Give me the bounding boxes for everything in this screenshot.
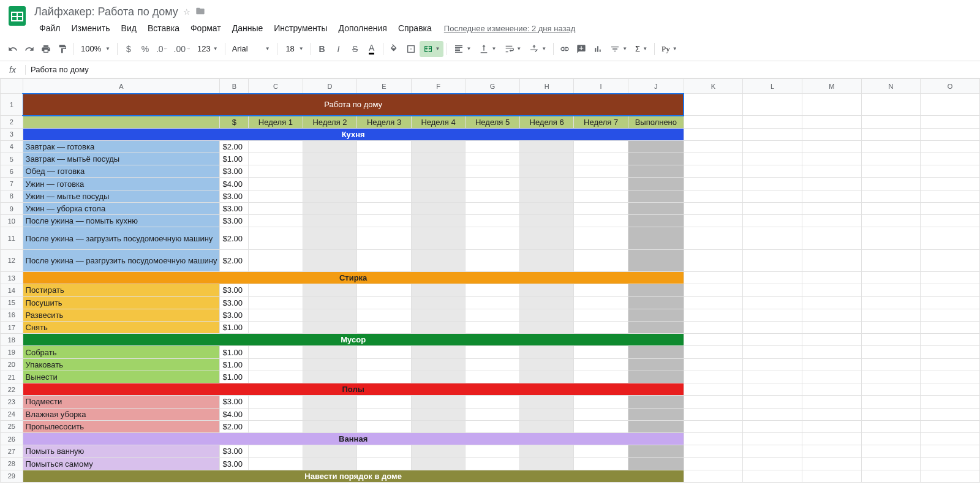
cell[interactable] bbox=[628, 420, 684, 432]
task-price[interactable]: $1.00 bbox=[220, 346, 249, 358]
row-20[interactable]: 20 bbox=[1, 358, 23, 371]
bold-icon[interactable]: B bbox=[314, 41, 330, 57]
cell[interactable] bbox=[861, 420, 921, 432]
cell[interactable] bbox=[466, 153, 520, 165]
cell[interactable] bbox=[921, 178, 980, 190]
row-25[interactable]: 25 bbox=[1, 420, 23, 432]
cell[interactable] bbox=[921, 227, 980, 249]
number-format-select[interactable]: 123▼ bbox=[194, 41, 222, 57]
cell[interactable] bbox=[628, 165, 684, 178]
col-B[interactable]: B bbox=[220, 79, 249, 94]
cell[interactable] bbox=[861, 165, 921, 178]
cell[interactable] bbox=[802, 396, 861, 408]
cell[interactable] bbox=[411, 309, 466, 321]
cell[interactable] bbox=[519, 284, 574, 296]
cell[interactable] bbox=[303, 202, 357, 214]
cell[interactable] bbox=[861, 408, 921, 420]
cell[interactable] bbox=[802, 215, 861, 227]
cell[interactable] bbox=[921, 322, 980, 334]
sheet-title-cell[interactable]: Работа по дому bbox=[23, 94, 684, 116]
row-4[interactable]: 4 bbox=[1, 140, 23, 153]
task-name[interactable]: Помыть ванную bbox=[23, 445, 220, 458]
cell[interactable] bbox=[411, 165, 466, 178]
cell[interactable] bbox=[303, 249, 357, 271]
cell[interactable] bbox=[411, 396, 466, 408]
cell[interactable] bbox=[921, 165, 980, 178]
cell[interactable] bbox=[574, 322, 628, 334]
cell[interactable] bbox=[466, 227, 520, 249]
cell[interactable] bbox=[519, 202, 574, 214]
cell[interactable] bbox=[802, 334, 861, 346]
task-name[interactable]: Помыться самому bbox=[23, 458, 220, 470]
menu-insert[interactable]: Вставка bbox=[143, 21, 184, 36]
cell[interactable] bbox=[466, 309, 520, 321]
cell[interactable] bbox=[684, 408, 743, 420]
cell[interactable] bbox=[466, 202, 520, 214]
cell[interactable] bbox=[921, 249, 980, 271]
cell[interactable] bbox=[357, 322, 412, 334]
cell[interactable] bbox=[574, 215, 628, 227]
cell[interactable] bbox=[802, 116, 861, 128]
task-name[interactable]: Ужин — уборка стола bbox=[23, 202, 220, 214]
cell[interactable] bbox=[628, 284, 684, 296]
row-16[interactable]: 16 bbox=[1, 309, 23, 321]
category-row[interactable]: Ванная bbox=[23, 432, 684, 445]
cell[interactable]: Неделя 4 bbox=[411, 116, 466, 128]
cell[interactable] bbox=[861, 322, 921, 334]
cell[interactable] bbox=[519, 190, 574, 202]
cell[interactable] bbox=[743, 215, 802, 227]
cell[interactable] bbox=[743, 408, 802, 420]
cell[interactable] bbox=[861, 284, 921, 296]
cell[interactable] bbox=[303, 371, 357, 383]
cell[interactable] bbox=[802, 371, 861, 383]
cell[interactable] bbox=[519, 396, 574, 408]
cell[interactable] bbox=[684, 420, 743, 432]
task-name[interactable]: Постирать bbox=[23, 284, 220, 296]
cell[interactable] bbox=[743, 309, 802, 321]
row-2[interactable]: 2 bbox=[1, 116, 23, 128]
row-12[interactable]: 12 bbox=[1, 249, 23, 271]
cell[interactable] bbox=[802, 249, 861, 271]
cell[interactable] bbox=[861, 458, 921, 470]
cell[interactable] bbox=[519, 227, 574, 249]
cell[interactable] bbox=[684, 445, 743, 458]
cell[interactable] bbox=[357, 358, 412, 371]
cell[interactable] bbox=[684, 140, 743, 153]
category-row[interactable]: Кухня bbox=[23, 128, 684, 140]
cell[interactable] bbox=[519, 420, 574, 432]
row-1[interactable]: 1 bbox=[1, 94, 23, 116]
task-name[interactable]: Посушить bbox=[23, 296, 220, 309]
cell[interactable] bbox=[249, 165, 303, 178]
cell[interactable] bbox=[743, 420, 802, 432]
col-K[interactable]: K bbox=[684, 79, 743, 94]
cell[interactable] bbox=[628, 408, 684, 420]
cell[interactable] bbox=[861, 296, 921, 309]
cell[interactable] bbox=[357, 371, 412, 383]
cell[interactable] bbox=[411, 190, 466, 202]
cell[interactable] bbox=[743, 458, 802, 470]
cell[interactable] bbox=[802, 165, 861, 178]
cell[interactable] bbox=[861, 309, 921, 321]
decrease-decimal-icon[interactable]: .0← bbox=[154, 41, 171, 57]
cell[interactable] bbox=[684, 178, 743, 190]
cell[interactable] bbox=[357, 165, 412, 178]
cell[interactable] bbox=[574, 153, 628, 165]
cell[interactable] bbox=[684, 371, 743, 383]
col-E[interactable]: E bbox=[357, 79, 412, 94]
row-3[interactable]: 3 bbox=[1, 128, 23, 140]
task-price[interactable]: $3.00 bbox=[220, 165, 249, 178]
cell[interactable] bbox=[411, 358, 466, 371]
cell[interactable] bbox=[743, 334, 802, 346]
cell[interactable] bbox=[921, 346, 980, 358]
cell[interactable] bbox=[411, 346, 466, 358]
task-name[interactable]: После ужина — разгрузить посудомоечную м… bbox=[23, 249, 220, 271]
cell[interactable] bbox=[357, 190, 412, 202]
menu-tools[interactable]: Инструменты bbox=[269, 21, 332, 36]
row-11[interactable]: 11 bbox=[1, 227, 23, 249]
category-row[interactable]: Стирка bbox=[23, 272, 684, 284]
cell[interactable] bbox=[574, 346, 628, 358]
cell[interactable] bbox=[861, 470, 921, 482]
cell[interactable] bbox=[861, 94, 921, 116]
cell[interactable] bbox=[628, 178, 684, 190]
cell[interactable] bbox=[628, 371, 684, 383]
